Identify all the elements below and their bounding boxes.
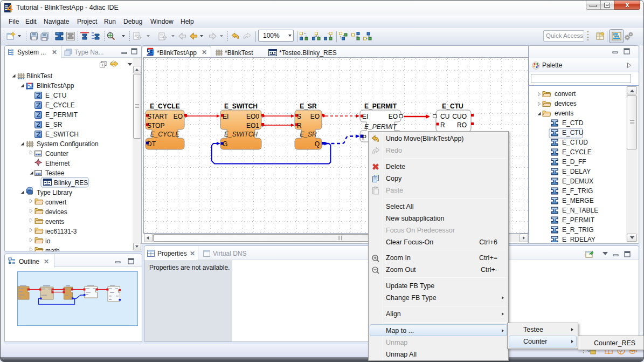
- svg-text:E_SR: E_SR: [300, 103, 317, 110]
- svg-text:CUO: CUO: [452, 113, 467, 120]
- svg-text:START: START: [147, 113, 168, 120]
- svg-text:E_SWITCH: E_SWITCH: [224, 131, 258, 138]
- svg-text:EO1: EO1: [246, 122, 259, 129]
- svg-text:RO: RO: [457, 121, 467, 129]
- svg-text:Q: Q: [315, 140, 320, 148]
- svg-text:4: 4: [7, 3, 13, 13]
- svg-text:E_CYCLE: E_CYCLE: [150, 103, 179, 110]
- svg-text:R: R: [440, 121, 445, 129]
- svg-text:R: R: [297, 122, 302, 129]
- svg-text:E_CTU: E_CTU: [442, 103, 463, 110]
- svg-text:EI: EI: [362, 113, 368, 120]
- svg-text:EO: EO: [310, 113, 320, 120]
- svg-text:E_CYCLE: E_CYCLE: [150, 131, 181, 138]
- svg-text:EO: EO: [389, 113, 398, 120]
- svg-text:E_PERMIT: E_PERMIT: [364, 103, 397, 110]
- svg-text:EI: EI: [223, 113, 228, 120]
- svg-text:EO: EO: [174, 113, 183, 120]
- svg-text:E_SR: E_SR: [300, 131, 317, 138]
- svg-text:G: G: [223, 140, 227, 148]
- svg-text:E_SWITCH: E_SWITCH: [224, 103, 258, 110]
- svg-text:EO0: EO0: [246, 113, 259, 120]
- svg-text:CU: CU: [440, 113, 449, 120]
- svg-text:E_PERMIT: E_PERMIT: [364, 123, 398, 131]
- svg-text:DT: DT: [147, 140, 156, 148]
- svg-text:S: S: [297, 113, 301, 120]
- svg-text:P: P: [362, 134, 366, 141]
- svg-text:STOP: STOP: [147, 122, 164, 129]
